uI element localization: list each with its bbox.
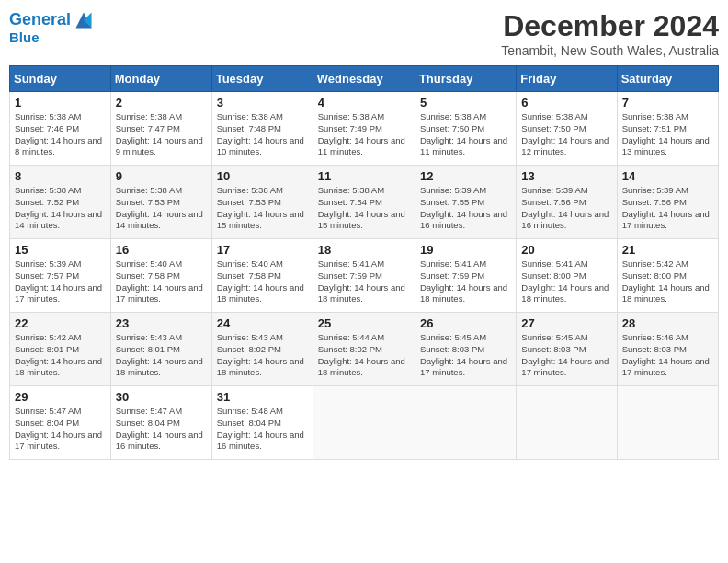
day-info: Sunrise: 5:45 AMSunset: 8:03 PMDaylight:… — [521, 332, 611, 379]
day-number: 19 — [420, 243, 511, 257]
calendar-cell: 10Sunrise: 5:38 AMSunset: 7:53 PMDayligh… — [211, 166, 313, 239]
calendar-cell: 23Sunrise: 5:43 AMSunset: 8:01 PMDayligh… — [110, 313, 211, 386]
day-info: Sunrise: 5:44 AMSunset: 8:02 PMDaylight:… — [318, 332, 410, 379]
day-number: 22 — [15, 316, 106, 330]
weekday-header: Friday — [517, 66, 617, 92]
calendar-cell: 2Sunrise: 5:38 AMSunset: 7:47 PMDaylight… — [110, 92, 211, 166]
calendar-week-row: 1Sunrise: 5:38 AMSunset: 7:46 PMDaylight… — [10, 92, 719, 166]
calendar-cell: 17Sunrise: 5:40 AMSunset: 7:58 PMDayligh… — [211, 239, 313, 313]
calendar-cell: 24Sunrise: 5:43 AMSunset: 8:02 PMDayligh… — [211, 313, 313, 386]
day-info: Sunrise: 5:43 AMSunset: 8:02 PMDaylight:… — [217, 332, 308, 379]
day-number: 7 — [622, 96, 713, 109]
day-info: Sunrise: 5:41 AMSunset: 7:59 PMDaylight:… — [420, 259, 511, 305]
day-number: 1 — [15, 96, 106, 109]
day-info: Sunrise: 5:38 AMSunset: 7:50 PMDaylight:… — [521, 111, 611, 158]
day-number: 3 — [217, 96, 308, 109]
calendar-cell: 25Sunrise: 5:44 AMSunset: 8:02 PMDayligh… — [313, 313, 415, 386]
day-info: Sunrise: 5:46 AMSunset: 8:03 PMDaylight:… — [622, 332, 713, 379]
day-info: Sunrise: 5:38 AMSunset: 7:52 PMDaylight:… — [15, 185, 106, 232]
day-info: Sunrise: 5:39 AMSunset: 7:55 PMDaylight:… — [420, 185, 511, 232]
day-info: Sunrise: 5:47 AMSunset: 8:04 PMDaylight:… — [116, 406, 207, 453]
day-info: Sunrise: 5:47 AMSunset: 8:04 PMDaylight:… — [15, 406, 106, 453]
calendar-cell: 19Sunrise: 5:41 AMSunset: 7:59 PMDayligh… — [415, 239, 516, 313]
day-info: Sunrise: 5:48 AMSunset: 8:04 PMDaylight:… — [217, 406, 308, 453]
calendar-cell: 15Sunrise: 5:39 AMSunset: 7:57 PMDayligh… — [10, 239, 111, 313]
day-info: Sunrise: 5:38 AMSunset: 7:50 PMDaylight:… — [420, 111, 511, 158]
calendar-week-row: 22Sunrise: 5:42 AMSunset: 8:01 PMDayligh… — [10, 313, 719, 386]
calendar-cell: 22Sunrise: 5:42 AMSunset: 8:01 PMDayligh… — [10, 313, 111, 386]
month-title: December 2024 — [501, 9, 719, 43]
calendar-cell: 8Sunrise: 5:38 AMSunset: 7:52 PMDaylight… — [10, 166, 111, 239]
calendar-week-row: 15Sunrise: 5:39 AMSunset: 7:57 PMDayligh… — [10, 239, 719, 313]
page-header: General Blue December 2024 Tenambit, New… — [9, 9, 719, 58]
calendar-cell: 26Sunrise: 5:45 AMSunset: 8:03 PMDayligh… — [415, 313, 516, 386]
day-number: 26 — [420, 316, 511, 330]
day-info: Sunrise: 5:38 AMSunset: 7:53 PMDaylight:… — [217, 185, 308, 232]
day-info: Sunrise: 5:38 AMSunset: 7:54 PMDaylight:… — [318, 185, 410, 232]
day-number: 8 — [15, 169, 106, 183]
day-info: Sunrise: 5:38 AMSunset: 7:51 PMDaylight:… — [622, 111, 713, 158]
weekday-header: Saturday — [617, 66, 718, 92]
day-info: Sunrise: 5:39 AMSunset: 7:56 PMDaylight:… — [622, 185, 713, 232]
day-number: 6 — [521, 96, 611, 109]
day-number: 2 — [116, 96, 207, 109]
day-number: 5 — [420, 96, 511, 109]
day-info: Sunrise: 5:38 AMSunset: 7:46 PMDaylight:… — [15, 111, 106, 158]
weekday-header: Wednesday — [313, 66, 415, 92]
calendar-cell: 11Sunrise: 5:38 AMSunset: 7:54 PMDayligh… — [313, 166, 415, 239]
day-info: Sunrise: 5:39 AMSunset: 7:56 PMDaylight:… — [521, 185, 611, 232]
day-number: 30 — [116, 390, 207, 404]
day-number: 31 — [217, 390, 308, 404]
day-info: Sunrise: 5:38 AMSunset: 7:48 PMDaylight:… — [217, 111, 308, 158]
day-info: Sunrise: 5:45 AMSunset: 8:03 PMDaylight:… — [420, 332, 511, 379]
calendar-cell — [415, 386, 516, 460]
day-number: 13 — [521, 169, 611, 183]
title-block: December 2024 Tenambit, New South Wales,… — [501, 9, 719, 58]
day-number: 20 — [521, 243, 611, 257]
calendar-cell: 1Sunrise: 5:38 AMSunset: 7:46 PMDaylight… — [10, 92, 111, 166]
day-info: Sunrise: 5:41 AMSunset: 7:59 PMDaylight:… — [318, 259, 410, 305]
calendar-cell — [617, 386, 718, 460]
day-number: 10 — [217, 169, 308, 183]
day-info: Sunrise: 5:42 AMSunset: 8:01 PMDaylight:… — [15, 332, 106, 379]
day-info: Sunrise: 5:42 AMSunset: 8:00 PMDaylight:… — [622, 259, 713, 305]
calendar-cell: 18Sunrise: 5:41 AMSunset: 7:59 PMDayligh… — [313, 239, 415, 313]
weekday-header: Monday — [110, 66, 211, 92]
calendar-cell: 28Sunrise: 5:46 AMSunset: 8:03 PMDayligh… — [617, 313, 718, 386]
calendar-cell: 16Sunrise: 5:40 AMSunset: 7:58 PMDayligh… — [110, 239, 211, 313]
calendar-week-row: 8Sunrise: 5:38 AMSunset: 7:52 PMDaylight… — [10, 166, 719, 239]
day-info: Sunrise: 5:40 AMSunset: 7:58 PMDaylight:… — [217, 259, 308, 305]
weekday-header: Tuesday — [211, 66, 313, 92]
calendar-cell: 30Sunrise: 5:47 AMSunset: 8:04 PMDayligh… — [110, 386, 211, 460]
day-info: Sunrise: 5:38 AMSunset: 7:47 PMDaylight:… — [116, 111, 207, 158]
calendar-cell: 29Sunrise: 5:47 AMSunset: 8:04 PMDayligh… — [10, 386, 111, 460]
calendar-cell: 14Sunrise: 5:39 AMSunset: 7:56 PMDayligh… — [617, 166, 718, 239]
day-number: 16 — [116, 243, 207, 257]
calendar-cell: 27Sunrise: 5:45 AMSunset: 8:03 PMDayligh… — [517, 313, 617, 386]
calendar-header-row: SundayMondayTuesdayWednesdayThursdayFrid… — [10, 66, 719, 92]
calendar-cell: 21Sunrise: 5:42 AMSunset: 8:00 PMDayligh… — [617, 239, 718, 313]
calendar-cell: 31Sunrise: 5:48 AMSunset: 8:04 PMDayligh… — [211, 386, 313, 460]
day-number: 17 — [217, 243, 308, 257]
calendar-cell: 12Sunrise: 5:39 AMSunset: 7:55 PMDayligh… — [415, 166, 516, 239]
day-number: 27 — [521, 316, 611, 330]
day-number: 29 — [15, 390, 106, 404]
calendar-cell: 13Sunrise: 5:39 AMSunset: 7:56 PMDayligh… — [517, 166, 617, 239]
calendar-cell: 5Sunrise: 5:38 AMSunset: 7:50 PMDaylight… — [415, 92, 516, 166]
day-number: 24 — [217, 316, 308, 330]
logo: General Blue — [9, 9, 95, 45]
day-number: 9 — [116, 169, 207, 183]
day-number: 11 — [318, 169, 410, 183]
calendar-cell — [517, 386, 617, 460]
day-number: 4 — [318, 96, 410, 109]
logo-text: General — [9, 9, 95, 31]
day-info: Sunrise: 5:38 AMSunset: 7:53 PMDaylight:… — [116, 185, 207, 232]
location: Tenambit, New South Wales, Australia — [501, 43, 719, 58]
logo-blue: Blue — [9, 29, 95, 45]
day-info: Sunrise: 5:39 AMSunset: 7:57 PMDaylight:… — [15, 259, 106, 305]
calendar-cell: 3Sunrise: 5:38 AMSunset: 7:48 PMDaylight… — [211, 92, 313, 166]
day-info: Sunrise: 5:38 AMSunset: 7:49 PMDaylight:… — [318, 111, 410, 158]
day-number: 15 — [15, 243, 106, 257]
day-info: Sunrise: 5:40 AMSunset: 7:58 PMDaylight:… — [116, 259, 207, 305]
day-number: 25 — [318, 316, 410, 330]
